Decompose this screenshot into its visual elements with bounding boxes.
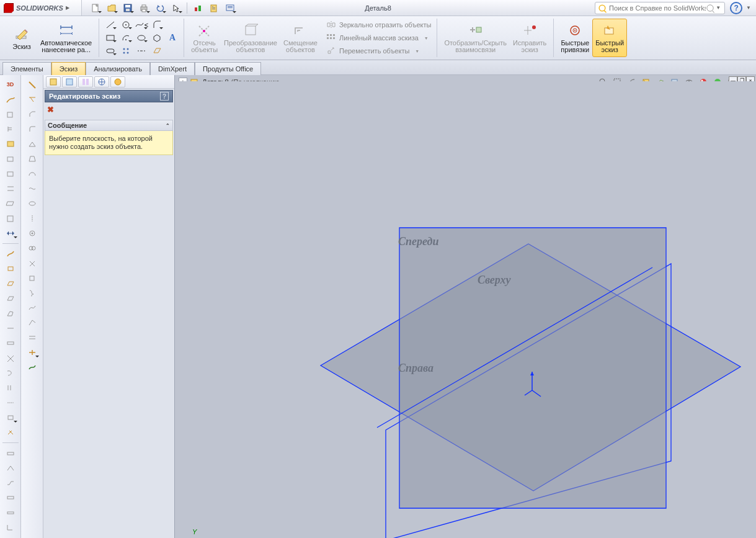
chevron-down-icon[interactable]: ▼	[716, 5, 721, 11]
circle-tool-button[interactable]	[118, 19, 133, 31]
radiate-button[interactable]	[2, 307, 19, 320]
options-button[interactable]	[207, 1, 221, 15]
repair-sketch-button[interactable]: Исправитьэскиз	[510, 19, 549, 57]
quick-snaps-button[interactable]: Быстрыепривязки	[558, 19, 592, 57]
hole-button[interactable]	[24, 226, 40, 240]
cube-button[interactable]	[2, 107, 19, 121]
intersect-button[interactable]	[24, 256, 40, 270]
offset-surf-button[interactable]	[2, 381, 19, 395]
display-relations-button[interactable]: Отобразить/Скрытьвзаимосвязи	[441, 19, 510, 57]
ruled-surface-button[interactable]	[2, 292, 19, 305]
screen-capture-button[interactable]	[223, 1, 238, 15]
chevron-down-icon[interactable]: ▼	[746, 5, 751, 11]
surface-loft-button[interactable]	[2, 247, 19, 261]
instant3d-button[interactable]	[24, 346, 40, 359]
sm-jog-button[interactable]	[2, 476, 19, 490]
pmgr-cancel-button[interactable]: ✖	[47, 105, 57, 115]
tab-office[interactable]: Продукты Office	[195, 62, 261, 75]
flex-button[interactable]	[24, 182, 40, 195]
dimxpert-manager-tab[interactable]	[94, 76, 109, 87]
sm-bend-button[interactable]	[2, 461, 19, 475]
wrap-button[interactable]	[2, 152, 19, 166]
undo-button[interactable]	[153, 1, 167, 15]
hide-button[interactable]	[2, 92, 19, 106]
new-doc-button[interactable]	[88, 1, 103, 15]
sketch-button[interactable]: Эскиз	[6, 19, 37, 57]
tab-sketch[interactable]: Эскиз	[51, 62, 86, 75]
rapid-sketch-button[interactable]: Быстрыйэскиз	[592, 19, 627, 57]
print-button[interactable]	[136, 1, 151, 15]
tab-features[interactable]: Элементы	[2, 62, 51, 75]
rectangle-tool-button[interactable]	[103, 32, 118, 44]
plane-tool-button[interactable]	[149, 45, 164, 57]
app-logo-area[interactable]: SOLIDWORKS ▶	[0, 0, 82, 16]
smart-dim-button[interactable]	[2, 226, 19, 240]
rib-button[interactable]	[24, 137, 40, 151]
knit-button[interactable]	[2, 262, 19, 276]
parting-button[interactable]	[2, 182, 19, 195]
text-tool-button[interactable]: A	[165, 32, 180, 44]
part-button[interactable]	[2, 137, 19, 151]
mirror-entities-button[interactable]: Зеркально отразить объекты	[324, 19, 433, 31]
help-search-box[interactable]: ▼	[595, 2, 725, 14]
curve3d-button[interactable]	[24, 316, 40, 330]
sm-flange-button[interactable]	[2, 446, 19, 460]
sm-corner-button[interactable]	[2, 521, 19, 534]
property-manager-tab[interactable]	[62, 76, 77, 87]
section-header[interactable]: Сообщение ⌃	[45, 120, 173, 131]
rebuild-button[interactable]	[190, 1, 205, 15]
arc-tool-button[interactable]	[118, 32, 133, 44]
convert-entities-button[interactable]: Преобразованиеобъектов	[221, 19, 280, 57]
config-manager-tab[interactable]	[78, 76, 93, 87]
linear-pattern-button[interactable]: Линейный массив эскиза▼	[324, 32, 433, 44]
move-entities-button[interactable]: Переместить объекты▼	[324, 45, 433, 57]
sm-flatten-button[interactable]	[2, 506, 19, 519]
sm-lofted-button[interactable]	[2, 491, 19, 504]
tab-analyze[interactable]: Анализировать	[86, 62, 150, 75]
ellipse-tool-button[interactable]	[134, 32, 149, 44]
helix-button[interactable]	[24, 286, 40, 300]
move-face-button[interactable]	[24, 271, 40, 285]
tree-button[interactable]	[2, 122, 19, 136]
surface-button[interactable]	[2, 197, 19, 210]
spline-tool-button[interactable]: <	[134, 19, 149, 31]
3d-sketch-button[interactable]: 3D	[2, 78, 19, 91]
search-input[interactable]	[609, 4, 706, 12]
open-doc-button[interactable]	[104, 1, 119, 15]
polygon-tool-button[interactable]	[149, 32, 164, 44]
save-button[interactable]	[120, 1, 135, 15]
intersection-button[interactable]	[2, 426, 19, 439]
mid-surface-button[interactable]	[2, 396, 19, 410]
mirror-feat-button[interactable]	[24, 212, 40, 225]
trim-entities-button[interactable]: Отсечьобъекты	[188, 19, 221, 57]
sketch-fillet-button[interactable]	[149, 19, 164, 31]
shell-button[interactable]	[2, 212, 19, 225]
curve-button[interactable]	[24, 301, 40, 315]
smart-dimension-button[interactable]: Автоматическоенанесение ра...	[37, 19, 95, 57]
point-tool-button[interactable]	[118, 45, 133, 57]
split-button[interactable]	[24, 92, 40, 106]
graphics-area[interactable]: + Деталь8 (По умолчанию... — ❐ × ×	[175, 75, 756, 538]
select-button[interactable]	[169, 1, 184, 15]
feature-tree-tab[interactable]	[46, 76, 61, 87]
help-button[interactable]: ?	[730, 2, 742, 14]
fillet-button[interactable]	[24, 122, 40, 136]
line-tool-button[interactable]	[103, 19, 118, 31]
ref-geom-button[interactable]	[2, 411, 19, 424]
draft-button[interactable]	[24, 152, 40, 166]
chamfer-button[interactable]	[24, 107, 40, 121]
spline-edit-button[interactable]	[24, 361, 40, 374]
display-manager-tab[interactable]	[110, 76, 125, 87]
dome-button[interactable]	[24, 167, 40, 181]
tab-dimxpert[interactable]: DimXpert	[150, 62, 195, 75]
centerline-tool-button[interactable]	[134, 45, 149, 57]
untrim-button[interactable]	[2, 366, 19, 380]
extend-button[interactable]	[2, 321, 19, 335]
cut-surf-button[interactable]	[2, 351, 19, 365]
extrude-button[interactable]	[2, 167, 19, 181]
dim-tool-button[interactable]	[24, 78, 40, 91]
offset-entities-button[interactable]: Смещениеобъектов	[280, 19, 321, 57]
pmgr-help-button[interactable]: ?	[160, 92, 169, 101]
reference-button[interactable]	[24, 331, 40, 344]
slot-tool-button[interactable]	[103, 45, 118, 57]
